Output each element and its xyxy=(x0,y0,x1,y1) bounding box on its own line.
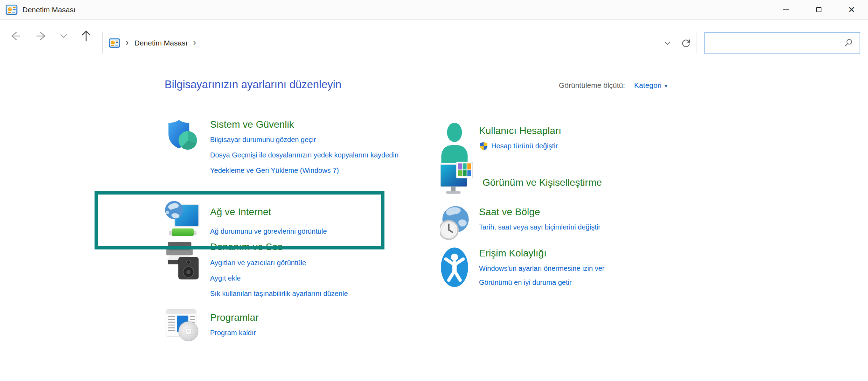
chevron-down-icon xyxy=(60,32,68,40)
link-view-network-status[interactable]: Ağ durumunu ve görevlerini görüntüle xyxy=(210,226,327,237)
network-icon[interactable] xyxy=(165,197,201,239)
minimize-button[interactable] xyxy=(769,0,802,19)
search-input[interactable] xyxy=(705,33,843,54)
close-button[interactable]: ✕ xyxy=(835,0,868,19)
maximize-button[interactable] xyxy=(802,0,835,19)
category-hardware-sound: Donanım ve Ses Aygıtları ve yazıcıları g… xyxy=(165,241,348,304)
link-change-date-time-formats[interactable]: Tarih, saat veya sayı biçimlerini değişt… xyxy=(479,222,600,232)
refresh-icon[interactable] xyxy=(681,38,691,48)
category-system-security: Sistem ve Güvenlik Bilgisayar durumunu g… xyxy=(165,118,398,181)
category-user-accounts: Kullanıcı Hesapları Hesap türünü değişti… xyxy=(440,122,561,164)
link-backup-restore-win7[interactable]: Yedekleme ve Geri Yükleme (Windows 7) xyxy=(210,165,398,176)
category-title-network-internet[interactable]: Ağ ve Internet xyxy=(210,206,271,218)
category-ease-of-access: Erişim Kolaylığı Windows'un ayarları öne… xyxy=(440,247,604,292)
link-uninstall-program[interactable]: Program kaldır xyxy=(210,327,258,338)
control-panel-app-icon xyxy=(6,4,18,16)
link-add-device[interactable]: Aygıt ekle xyxy=(210,273,348,283)
category-title-programs[interactable]: Programlar xyxy=(210,311,258,324)
back-button[interactable] xyxy=(5,26,25,46)
breadcrumb-separator-trailing[interactable]: › xyxy=(193,38,196,48)
view-by-control: Görüntüleme ölçütü: Kategori ▾ xyxy=(559,81,667,90)
clock-region-icon[interactable] xyxy=(440,204,469,242)
search-box xyxy=(704,32,860,54)
link-change-account-type[interactable]: Hesap türünü değiştir xyxy=(491,141,558,151)
control-panel-breadcrumb-icon xyxy=(109,37,120,49)
back-arrow-icon xyxy=(8,29,21,43)
ease-of-access-icon[interactable] xyxy=(440,247,468,288)
close-icon: ✕ xyxy=(848,6,855,14)
user-accounts-icon[interactable] xyxy=(440,122,468,164)
link-optimize-visual-display[interactable]: Görünümü en iyi duruma getir xyxy=(479,277,604,288)
uac-shield-icon xyxy=(479,141,488,151)
address-bar[interactable]: › Denetim Masası › xyxy=(102,32,696,54)
search-icon[interactable] xyxy=(843,37,854,49)
minimize-icon xyxy=(783,9,789,10)
window-title: Denetim Masası xyxy=(22,6,76,14)
navigation-bar: › Denetim Masası › xyxy=(0,20,868,54)
up-arrow-icon xyxy=(79,29,93,43)
view-by-label: Görüntüleme ölçütü: xyxy=(559,81,625,90)
maximize-icon xyxy=(816,7,821,12)
breadcrumb-current[interactable]: Denetim Masası xyxy=(134,39,188,47)
category-clock-region: Saat ve Bölge Tarih, saat veya sayı biçi… xyxy=(440,204,600,242)
category-appearance-personalization: Görünüm ve Kişiselleştirme xyxy=(440,162,602,197)
up-button[interactable] xyxy=(76,26,96,46)
category-title-system-security[interactable]: Sistem ve Güvenlik xyxy=(210,118,294,131)
recent-locations-button[interactable] xyxy=(56,26,71,46)
breadcrumb-separator: › xyxy=(126,38,129,48)
window-controls: ✕ xyxy=(769,0,868,19)
category-network-internet: Ağ ve Internet Ağ durumunu ve görevlerin… xyxy=(165,197,327,241)
category-title-appearance[interactable]: Görünüm ve Kişiselleştirme xyxy=(482,176,602,189)
link-review-computer-status[interactable]: Bilgisayar durumunu gözden geçir xyxy=(210,134,398,145)
category-title-hardware-sound[interactable]: Donanım ve Ses xyxy=(210,241,283,253)
forward-button[interactable] xyxy=(32,26,52,46)
link-mobility-settings[interactable]: Sık kullanılan taşınabilirlik ayarlarını… xyxy=(210,288,348,299)
view-by-caret-icon[interactable]: ▾ xyxy=(665,82,667,89)
link-let-windows-suggest-settings[interactable]: Windows'un ayarları önermesine izin ver xyxy=(479,263,604,274)
link-view-devices-printers[interactable]: Aygıtları ve yazıcıları görüntüle xyxy=(210,257,348,268)
programs-icon[interactable] xyxy=(165,309,200,343)
security-shield-icon[interactable] xyxy=(166,118,200,153)
link-file-history-backup[interactable]: Dosya Geçmişi ile dosyalarınızın yedek k… xyxy=(210,150,398,160)
page-title: Bilgisayarınızın ayarlarını düzenleyin xyxy=(165,78,341,91)
category-title-user-accounts[interactable]: Kullanıcı Hesapları xyxy=(479,125,561,137)
address-dropdown-icon[interactable] xyxy=(663,39,672,47)
hardware-sound-icon[interactable] xyxy=(166,241,200,280)
title-bar: Denetim Masası ✕ xyxy=(0,0,868,20)
category-title-clock-region[interactable]: Saat ve Bölge xyxy=(479,206,540,218)
view-by-value[interactable]: Kategori xyxy=(634,81,661,90)
forward-arrow-icon xyxy=(35,29,49,43)
category-title-ease-of-access[interactable]: Erişim Kolaylığı xyxy=(479,247,547,260)
category-programs: Programlar Program kaldır xyxy=(165,309,258,343)
appearance-icon[interactable] xyxy=(440,162,473,197)
